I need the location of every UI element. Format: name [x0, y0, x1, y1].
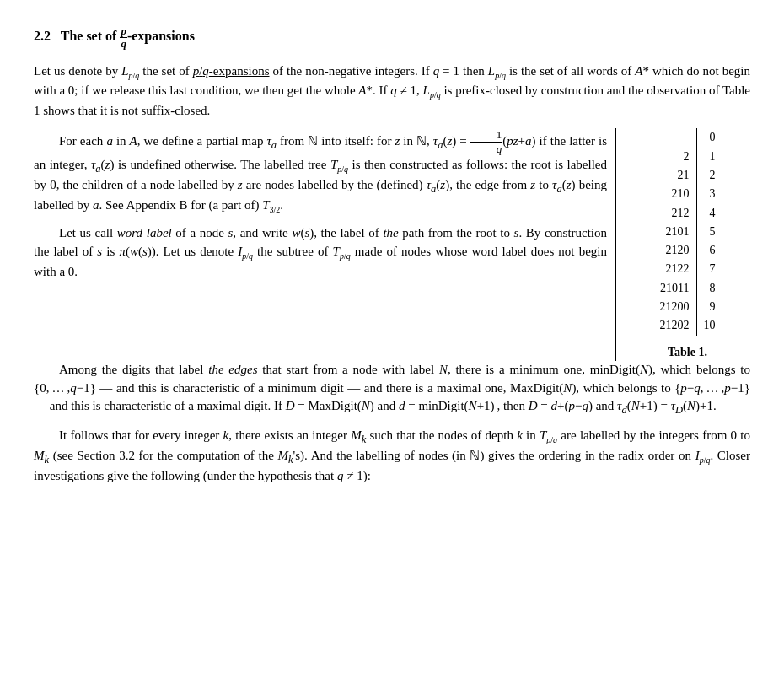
labelled-tree-text: The labelled tree: [240, 158, 326, 171]
table-cell-right: 7: [696, 260, 722, 278]
table-row: 2 1: [653, 148, 722, 166]
table-cell-left: 21200: [653, 298, 697, 316]
table-cell-right: 5: [696, 223, 722, 241]
two-column-section: For each a in A, we define a partial map…: [34, 128, 750, 361]
table-row: 21200 9: [653, 298, 722, 316]
edge-label-text: the edge from z to τa(z) being labelled …: [34, 178, 607, 212]
paragraph-word-label: Let us call word label of a node s, and …: [34, 224, 607, 281]
page-container: 2.2 The set of p q -expansions Let us de…: [34, 25, 750, 486]
table-row: 2120 6: [653, 241, 722, 260]
paragraph-mindigit: Among the digits that label the edges th…: [34, 361, 750, 418]
right-column-table: 0 2 1 21 2 210 3: [615, 128, 750, 361]
table-cell-left: 2120: [653, 241, 697, 260]
section-title: 2.2 The set of p q -expansions: [34, 25, 750, 51]
if-text: If: [274, 399, 282, 412]
table-cell-left: 21: [653, 166, 697, 185]
table-cell-left: 212: [653, 204, 697, 223]
table-cell-right: 1: [696, 148, 722, 166]
table-cell-left: 21011: [653, 279, 697, 298]
table-row: 210 3: [653, 185, 722, 203]
table-cell-left: [653, 128, 697, 147]
table-row: 0: [653, 128, 722, 147]
table-cell-left: 2101: [653, 223, 697, 241]
table-cell-right: 10: [696, 316, 722, 335]
by-construction-text: By construction: [526, 226, 607, 240]
paragraph-tau-definition: For each a in A, we define a partial map…: [34, 128, 607, 216]
table-row: 212 4: [653, 204, 722, 223]
left-column: For each a in A, we define a partial map…: [34, 128, 615, 361]
label-of-the-text: the label of the path from the root to s…: [321, 226, 523, 240]
table-caption: Table 1.: [668, 344, 707, 361]
table-row: 2101 5: [653, 223, 722, 241]
table-row: 21011 8: [653, 279, 722, 298]
table-row: 21202 10: [653, 316, 722, 335]
paragraph-depth-k: It follows that for every integer k, the…: [34, 427, 750, 486]
table-row: 21 2: [653, 166, 722, 185]
table-cell-left: 2122: [653, 260, 697, 278]
table-cell-left: 21202: [653, 316, 697, 335]
section-heading: The set of p q -expansions: [61, 29, 195, 43]
table-cell-right: 3: [696, 185, 722, 203]
table-cell-left: 210: [653, 185, 697, 203]
table-cell-right: 6: [696, 241, 722, 260]
expansion-table: 0 2 1 21 2 210 3: [653, 128, 722, 335]
table-cell-right: 0: [696, 128, 722, 147]
section-number: 2.2: [34, 29, 51, 43]
table-container: 0 2 1 21 2 210 3: [625, 128, 750, 361]
table-row: 2122 7: [653, 260, 722, 278]
table-cell-left: 2: [653, 148, 697, 166]
table-cell-right: 4: [696, 204, 722, 223]
table-cell-right: 9: [696, 298, 722, 316]
root-label-text: the root is labelled: [512, 158, 607, 171]
table-cell-right: 2: [696, 166, 722, 185]
table-cell-right: 8: [696, 279, 722, 298]
intro-paragraph: Let us denote by Lp/q the set of p/q-exp…: [34, 62, 750, 121]
